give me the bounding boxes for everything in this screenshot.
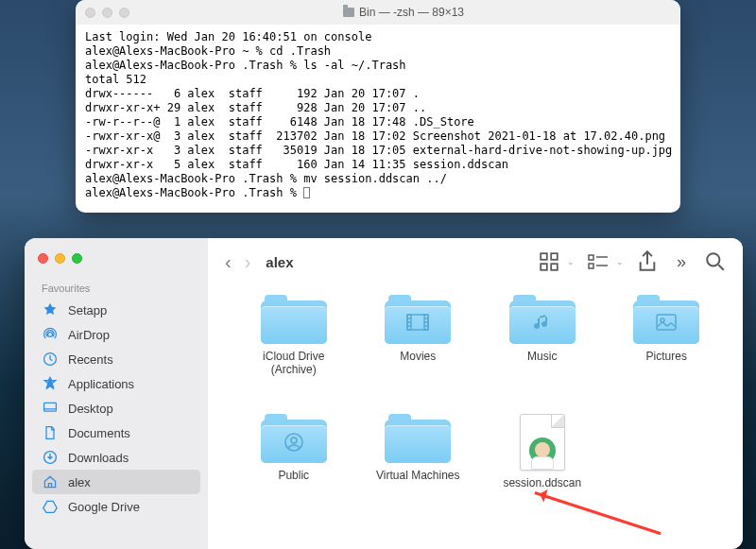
terminal-titlebar[interactable]: Bin — -zsh — 89×13 [76, 0, 680, 25]
sidebar-item-label: Setapp [68, 303, 107, 317]
search-button[interactable] [705, 251, 726, 272]
sidebar-item-recents[interactable]: Recents [25, 347, 208, 371]
item-label: Pictures [646, 350, 687, 363]
svg-point-0 [48, 333, 53, 337]
zoom-icon[interactable] [119, 8, 129, 18]
sidebar-item-label: Google Drive [68, 500, 140, 514]
sidebar-item-downloads[interactable]: Downloads [25, 445, 208, 470]
folder-item[interactable]: Pictures [610, 295, 725, 408]
folder-icon [261, 295, 327, 344]
file-icon [520, 414, 565, 471]
svg-rect-8 [541, 264, 547, 270]
gdrive-icon [42, 498, 59, 515]
item-label: iCloud Drive (Archive) [263, 350, 324, 376]
svg-rect-6 [541, 253, 547, 260]
sidebar-section-label: Favourites [25, 281, 208, 298]
download-icon [42, 449, 59, 466]
folder-icon [509, 295, 576, 344]
terminal-cursor [303, 187, 310, 198]
svg-point-14 [707, 253, 719, 266]
item-label: Music [527, 350, 557, 363]
svg-point-28 [291, 437, 297, 443]
folder-icon [343, 8, 354, 17]
finder-sidebar: Favourites SetappAirDropRecentsAApplicat… [25, 238, 208, 549]
window-controls[interactable] [85, 8, 129, 18]
folder-item[interactable]: Music [485, 295, 600, 408]
sidebar-item-label: Desktop [68, 402, 113, 416]
minimize-icon[interactable] [55, 253, 65, 264]
svg-text:A: A [47, 379, 54, 389]
forward-button[interactable]: › [245, 252, 251, 271]
folder-icon [385, 295, 451, 344]
sidebar-item-alex[interactable]: alex [32, 470, 200, 494]
more-button[interactable]: » [671, 251, 692, 272]
chevron-down-icon[interactable]: ⌄ [616, 257, 624, 266]
chevron-down-icon[interactable]: ⌄ [567, 257, 575, 266]
sidebar-item-desktop[interactable]: Desktop [25, 396, 208, 420]
home-icon [42, 473, 59, 490]
svg-rect-25 [657, 315, 676, 330]
sidebar-item-label: Recents [68, 352, 113, 367]
sidebar-item-airdrop[interactable]: AirDrop [25, 322, 208, 347]
folder-item[interactable]: iCloud Drive (Archive) [236, 295, 352, 408]
folder-item[interactable]: Public [236, 414, 352, 527]
item-label: Movies [400, 350, 436, 363]
sidebar-item-label: alex [68, 475, 91, 489]
share-button[interactable] [637, 251, 658, 272]
group-button[interactable] [588, 251, 609, 272]
svg-rect-10 [589, 255, 593, 260]
sidebar-item-label: Applications [68, 377, 134, 391]
sidebar-item-applications[interactable]: AApplications [25, 371, 208, 396]
close-icon[interactable] [38, 253, 48, 264]
finder-toolbar: ‹ › alex ⌄ ⌄ » [208, 238, 743, 285]
file-item[interactable]: session.ddscan [485, 414, 600, 527]
finder-window: Favourites SetappAirDropRecentsAApplicat… [25, 238, 743, 549]
back-button[interactable]: ‹ [225, 252, 232, 271]
folder-icon [385, 414, 451, 463]
clock-icon [42, 351, 59, 368]
svg-line-15 [718, 265, 724, 270]
close-icon[interactable] [85, 8, 95, 18]
item-label: Public [278, 469, 309, 482]
window-controls[interactable] [25, 249, 208, 281]
svg-rect-7 [551, 253, 558, 260]
terminal-title: Bin — -zsh — 89×13 [136, 6, 671, 19]
icon-view-button[interactable] [539, 251, 559, 272]
folder-icon [261, 414, 327, 463]
folder-icon [633, 295, 699, 344]
folder-item[interactable]: Virtual Machines [361, 414, 476, 527]
terminal-window: Bin — -zsh — 89×13 Last login: Wed Jan 2… [76, 0, 680, 213]
sidebar-item-google-drive[interactable]: Google Drive [25, 494, 208, 519]
apps-icon: A [42, 375, 59, 392]
location-title: alex [266, 254, 293, 270]
sidebar-item-documents[interactable]: Documents [25, 420, 208, 445]
svg-rect-9 [551, 264, 558, 270]
sidebar-item-setapp[interactable]: Setapp [25, 298, 208, 322]
sidebar-item-label: Documents [68, 426, 130, 440]
sidebar-item-label: AirDrop [68, 328, 110, 342]
terminal-output[interactable]: Last login: Wed Jan 20 16:40:51 on conso… [76, 25, 680, 213]
finder-main: ‹ › alex ⌄ ⌄ » [208, 238, 743, 549]
minimize-icon[interactable] [102, 8, 112, 18]
sidebar-item-label: Downloads [68, 451, 129, 465]
zoom-icon[interactable] [72, 253, 82, 264]
item-label: Virtual Machines [376, 469, 460, 482]
svg-rect-11 [589, 264, 593, 268]
doc-icon [42, 424, 59, 441]
terminal-title-text: Bin — -zsh — 89×13 [359, 6, 464, 19]
setapp-icon [42, 301, 59, 318]
svg-rect-3 [44, 403, 57, 411]
finder-content[interactable]: iCloud Drive (Archive)MoviesMusicPicture… [208, 285, 743, 549]
folder-item[interactable]: Movies [361, 295, 476, 408]
airdrop-icon [42, 326, 59, 343]
desktop-icon [42, 400, 59, 417]
